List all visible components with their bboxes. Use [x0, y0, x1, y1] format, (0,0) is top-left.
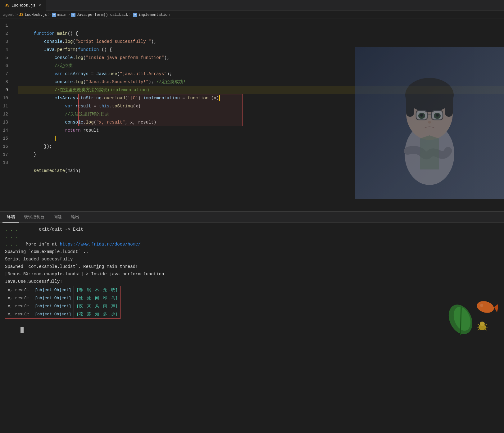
svg-point-22: [480, 322, 485, 326]
js-badge: JS: [5, 3, 9, 8]
terminal-tab-terminal[interactable]: 终端: [2, 212, 19, 223]
code-line-1: function main() {: [18, 21, 504, 29]
term-line-6: Spawned `com.example.luodst`. Resuming m…: [5, 263, 499, 270]
tab-close-button[interactable]: ×: [39, 3, 41, 8]
svg-line-28: [484, 329, 487, 330]
term-line-5: Script loaded successfully: [5, 255, 499, 263]
result-arr-1: [春，眠，不，觉，晓]: [74, 286, 120, 294]
breadcrumb-sep3: >: [68, 13, 70, 17]
table-row: x, result [object Object] [夜，来，风，雨，声]: [5, 302, 120, 310]
result-key-3: x, result: [5, 302, 32, 310]
terminal-tab-problems[interactable]: 问题: [49, 212, 66, 223]
term-line-8: Java.Use.Successfully!: [5, 278, 499, 285]
result-key-2: x, result: [5, 294, 32, 302]
breadcrumb-icon2: ⊕: [71, 13, 75, 17]
table-row: x, result [object Object] [处，处，闻，啼，鸟]: [5, 294, 120, 302]
svg-line-17: [461, 307, 461, 335]
active-tab[interactable]: JS LuoHook.js ×: [0, 0, 46, 11]
svg-point-10: [436, 114, 439, 117]
breadcrumb-sep2: >: [48, 13, 51, 17]
svg-rect-4: [445, 92, 453, 117]
breadcrumb-file: LuoHook.js: [25, 13, 47, 17]
svg-rect-3: [406, 92, 414, 117]
terminal-tabs: 终端 调试控制台 问题 输出: [0, 212, 504, 223]
terminal-content: . . . exit/quit -> Exit . . . . . . More…: [0, 223, 504, 344]
breadcrumb-item2: Java.perform() callback: [77, 13, 128, 17]
breadcrumb-js-badge: JS: [19, 13, 23, 17]
svg-line-26: [484, 324, 487, 326]
breadcrumb-sep1: >: [16, 13, 18, 17]
line-numbers: 1 2 3 4 5 6 7 8 9 10 11 12 13 14 15 16 1…: [0, 19, 16, 211]
term-line-7: [Nexus 5X::com.example.luodst]-> Inside …: [5, 270, 499, 278]
breadcrumb-icon3: ⊕: [133, 13, 137, 17]
table-row: x, result [object Object] [花，落，知，多，少]: [5, 310, 120, 318]
svg-point-18: [475, 299, 495, 314]
editor-area[interactable]: 1 2 3 4 5 6 7 8 9 10 11 12 13 14 15 16 1…: [0, 19, 504, 211]
breadcrumb-icon1: ⊕: [52, 13, 56, 17]
anime-figure: [355, 47, 504, 199]
code-line-3: Java.perform(function () {: [18, 38, 504, 46]
result-obj-3: [object Object]: [32, 302, 74, 310]
result-arr-4: [花，落，知，多，少]: [74, 310, 120, 318]
terminal-tab-output[interactable]: 输出: [67, 212, 84, 223]
result-arr-3: [夜，来，风，雨，声]: [74, 302, 120, 310]
term-line-4: Spawning `com.example.luodst`...: [5, 248, 499, 255]
anime-decoration: [355, 47, 504, 199]
term-cursor-line: [5, 319, 499, 341]
table-row: x, result [object Object] [春，眠，不，觉，晓]: [5, 286, 120, 294]
tab-filename: LuoHook.js: [11, 3, 35, 8]
svg-point-20: [480, 304, 483, 307]
breadcrumb: agent > JS LuoHook.js > ⊕ main > ⊕ Java.…: [0, 11, 504, 19]
bottom-right-decoration: [448, 298, 498, 338]
result-key-1: x, result: [5, 286, 32, 294]
terminal-panel: 终端 调试控制台 问题 输出 . . . exit/quit -> Exit .…: [0, 211, 504, 344]
svg-point-9: [420, 114, 423, 117]
result-obj-1: [object Object]: [32, 286, 74, 294]
breadcrumb-sep4: >: [129, 13, 132, 17]
breadcrumb-item3: implementation: [138, 13, 170, 17]
result-obj-2: [object Object]: [32, 294, 74, 302]
term-line-1: . . . exit/quit -> Exit: [5, 226, 499, 233]
code-line-2: console.log("Script loaded successfully …: [18, 29, 504, 38]
tab-bar: JS LuoHook.js ×: [0, 0, 504, 11]
result-arr-2: [处，处，闻，啼，鸟]: [74, 294, 120, 302]
svg-point-14: [428, 121, 431, 124]
term-line-2: . . .: [5, 233, 499, 241]
result-obj-4: [object Object]: [32, 310, 74, 318]
svg-line-23: [478, 324, 480, 326]
result-table: x, result [object Object] [春，眠，不，觉，晓] x,…: [5, 286, 120, 319]
breadcrumb-item1: main: [57, 13, 66, 17]
terminal-tab-debug[interactable]: 调试控制台: [20, 212, 49, 223]
term-line-3: . . . More info at https://www.frida.re/…: [5, 241, 499, 248]
svg-line-25: [478, 329, 480, 330]
result-key-4: x, result: [5, 310, 32, 318]
breadcrumb-agent: agent: [3, 13, 14, 17]
